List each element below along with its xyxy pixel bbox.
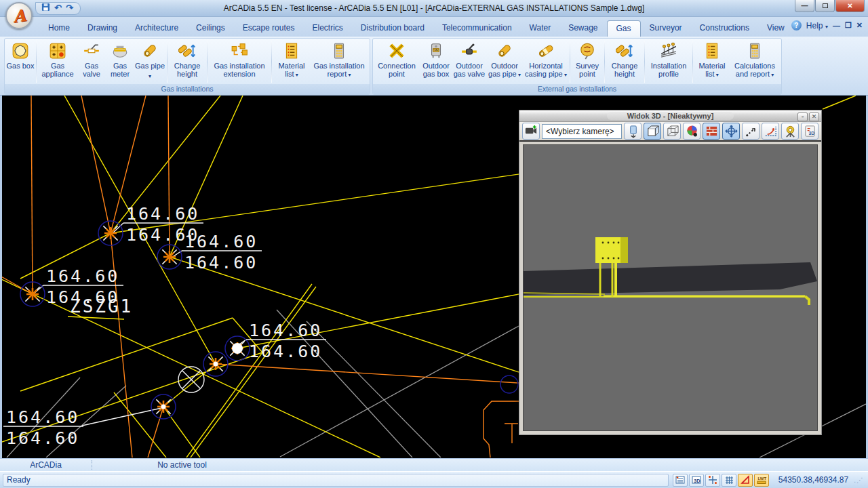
ribbon-button-installation-profile[interactable]: Installation profile [646,39,691,84]
outdoor-gas-valve-icon [459,41,479,60]
ribbon-button-label: Material list ▾ [273,62,310,79]
camera-list-button[interactable] [624,123,642,140]
tab-electrics[interactable]: Electrics [303,20,351,37]
svg-text:3D: 3D [808,131,814,136]
elevation-top-value: 164.60 [6,407,79,427]
solid-view-button[interactable] [644,123,661,140]
view-3d-toolbar: <Wybierz kamerę>3D [519,122,821,142]
view-3d-title-bar[interactable]: Widok 3D - [Nieaktywny] ▫ ✕ [519,110,821,122]
maximize-button[interactable] [815,0,835,12]
document-restore-button[interactable]: ❐ [845,21,852,30]
tab-sewage[interactable]: Sewage [559,20,606,37]
survey-point-marker[interactable] [151,394,176,419]
camera-select-combo[interactable]: <Wybierz kamerę> [542,124,622,139]
app-name-cell[interactable]: ArCADia [0,460,92,470]
orbit-icon [724,124,738,138]
ribbon-button-gas-installation-report[interactable]: Gas installation report ▾ [310,39,368,84]
document-close-button[interactable]: ✕ [856,21,863,30]
tab-gas[interactable]: Gas [607,20,641,37]
colors-button[interactable] [683,123,701,140]
terrain-band [524,262,817,295]
colors-icon [685,124,699,138]
ribbon-button-calculations-and-report[interactable]: Calculations and report ▾ [730,39,780,84]
survey-point-marker[interactable] [98,221,123,245]
add-camera-button[interactable] [522,123,540,140]
dropdown-arrow-icon: ▾ [770,72,774,78]
survey-point-marker[interactable] [225,336,250,361]
view-3d-window[interactable]: Widok 3D - [Nieaktywny] ▫ ✕ <Wybierz kam… [519,110,822,435]
projection-button[interactable] [781,123,799,140]
tab-home[interactable]: Home [39,20,79,37]
ribbon-button-gas-meter[interactable]: Gas meter [106,39,134,84]
ribbon-button-change-height[interactable]: Change height [169,39,205,84]
grid-toggle-button[interactable] [722,474,736,487]
application-menu-button[interactable]: A [5,2,33,29]
snap-toggle-button[interactable] [705,474,720,487]
document-minimize-button[interactable]: — [833,22,840,30]
axes-button[interactable] [762,123,779,140]
ribbon-separator [604,41,605,83]
ribbon-button-outdoor-gas-pipe[interactable]: Outdoor gas pipe ▾ [486,39,524,84]
ribbon-button-material-list[interactable]: Material list ▾ [273,39,310,84]
resize-grip[interactable]: .⋰ [854,476,864,484]
help-icon: ? [791,20,802,30]
walk-button[interactable] [742,123,760,140]
ribbon: Gas boxGas applianceGas valveGas meterGa… [0,37,868,96]
ribbon-button-gas-valve[interactable]: Gas valve [77,39,106,84]
gas-cabinet-3d [595,237,628,263]
tab-distribution-board[interactable]: Distribution board [352,20,433,37]
ribbon-button-label: Gas pipe ▾ [134,62,165,81]
tab-escape-routes[interactable]: Escape routes [234,20,304,37]
tab-water[interactable]: Water [521,20,560,37]
ribbon-button-gas-pipe[interactable]: Gas pipe ▾ [134,39,165,84]
ribbon-button-label: Gas appliance [38,62,77,78]
ribbon-button-label: Installation profile [646,62,691,78]
walk-icon [744,124,758,138]
ribbon-button-gas-installation-extension[interactable]: Gas installation extension [209,39,270,84]
tab-ceilings[interactable]: Ceilings [187,20,234,37]
materials-button[interactable] [703,123,720,140]
view-3d-window-controls: ▫ ✕ [797,113,819,121]
view-3d-toggle-button[interactable]: 3D [689,474,704,487]
ribbon-button-gas-appliance[interactable]: Gas appliance [38,39,77,84]
change-height-icon [614,41,635,60]
ribbon-button-gas-box[interactable]: Gas box [6,39,35,84]
elevation-top-value: 164.60 [126,204,199,224]
ribbon-button-material-list[interactable]: Material list ▾ [694,39,730,84]
wireframe-view-button[interactable] [663,123,681,140]
ribbon-separator [207,41,208,83]
save-3d-button[interactable]: 3D [801,123,818,140]
tab-telecommunication[interactable]: Telecommunication [433,20,521,37]
window-title: ArCADia 5.5 EN - Test license - ArCADia … [0,3,868,13]
ribbon-button-change-height[interactable]: Change height [606,39,643,84]
tab-architecture[interactable]: Architecture [126,20,187,37]
orbit-button[interactable] [722,123,740,140]
ribbon-button-outdoor-gas-valve[interactable]: Outdoor gas valve [453,39,486,84]
ortho-toggle-button[interactable] [738,474,753,487]
survey-point-marker[interactable] [500,375,518,393]
elevation-labels: 164.60164.60164.60164.60164.60164.60164.… [3,204,326,448]
minimize-button[interactable]: — [795,0,814,12]
report-icon [329,41,349,60]
lwt-toggle-button[interactable]: LWT [754,474,769,487]
tab-constructions[interactable]: Constructions [691,20,758,37]
tab-view[interactable]: View [758,20,793,37]
ribbon-button-outdoor-gas-box[interactable]: GAZOutdoor gas box [419,39,453,84]
view-3d-close-button[interactable]: ✕ [809,113,819,121]
help-menu[interactable]: Help ▾ [806,21,828,30]
dropdown-arrow-icon: ▾ [517,72,521,78]
ribbon-button-horizontal-casing-pipe[interactable]: Horizontal casing pipe ▾ [524,39,568,84]
close-button[interactable]: ✕ [835,0,865,12]
view-3d-viewport[interactable] [523,144,818,431]
tab-surveyor[interactable]: Surveyor [641,20,691,37]
ribbon-button-connection-point[interactable]: Connection point [374,39,419,84]
elevation-bottom-value: 164.60 [184,253,258,272]
survey-point-marker[interactable] [203,352,228,376]
ribbon-button-survey-point[interactable]: Survey point [572,39,603,84]
layers-toggle-button[interactable] [673,474,688,487]
view-3d-restore-button[interactable]: ▫ [797,113,808,121]
drawing-area[interactable]: 164.60164.60164.60164.60164.60164.60164.… [0,96,868,458]
tab-drawing[interactable]: Drawing [79,20,126,37]
layers-icon [675,474,686,485]
ribbon-button-label: Gas box [7,62,35,70]
